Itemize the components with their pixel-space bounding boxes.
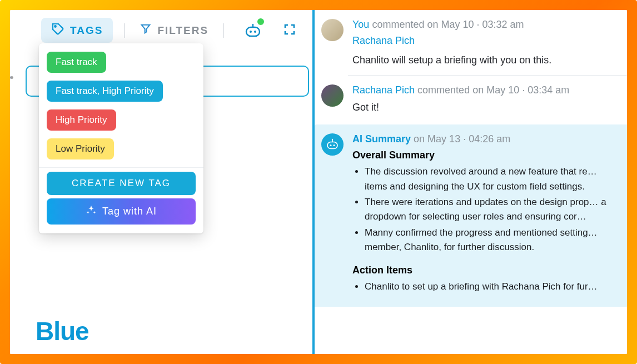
comment-author[interactable]: You — [352, 19, 369, 30]
comments-panel: You commented on May 10 · 03:32 am Racha… — [315, 10, 627, 354]
tag-pill: Low Priority — [47, 138, 114, 159]
robot-icon — [326, 138, 339, 151]
ai-action-heading: Action Items — [352, 265, 620, 276]
ai-summary-date: May 13 — [427, 133, 460, 144]
avatar — [321, 84, 344, 107]
tag-dropdown: Fast track Fast track, High Priority Hig… — [39, 43, 203, 233]
tab-filters-label: FILTERS — [157, 24, 208, 37]
comment-time: 03:34 am — [527, 84, 569, 96]
tag-option-fast-track-high-priority[interactable]: Fast track, High Priority — [39, 77, 203, 106]
svg-point-6 — [330, 144, 332, 146]
ai-summary-time: 04:26 am — [469, 133, 510, 144]
ai-bullet: There were iterations and updates on the… — [365, 195, 620, 225]
robot-icon — [244, 23, 262, 38]
ai-action-list: Chanlito to set up a briefing with Racha… — [352, 280, 620, 294]
comment-body: You commented on May 10 · 03:32 am Racha… — [352, 19, 620, 67]
tag-option-fast-track[interactable]: Fast track — [39, 48, 203, 77]
ai-overall-heading: Overall Summary — [352, 149, 620, 161]
ai-bullet: The discussion revolved around a new fea… — [365, 164, 620, 194]
expand-icon — [283, 23, 296, 36]
filter-icon — [140, 23, 152, 38]
status-dot-icon — [257, 18, 264, 25]
tag-with-ai-label: Tag with AI — [102, 206, 157, 217]
tab-tags[interactable]: TAGS — [41, 18, 113, 43]
tag-pill: Fast track, High Priority — [47, 81, 163, 102]
ai-summary-title: AI Summary — [352, 133, 411, 144]
svg-point-7 — [334, 144, 335, 146]
comment-action: commented on — [372, 19, 438, 30]
ai-bullet: Chanlito to set up a briefing with Racha… — [365, 280, 620, 294]
ai-summary-meta: AI Summary on May 13 · 04:26 am — [352, 133, 620, 145]
tag-with-ai-button[interactable]: Tag with AI — [47, 198, 196, 225]
ai-avatar — [321, 133, 344, 156]
comment-meta: You commented on May 10 · 03:32 am — [352, 19, 620, 31]
create-new-tag-button[interactable]: CREATE NEW TAG — [47, 172, 196, 195]
tab-tags-label: TAGS — [70, 24, 103, 37]
comment-row: You commented on May 10 · 03:32 am Racha… — [315, 10, 627, 75]
tag-pill: Fast track — [47, 52, 106, 73]
ai-summary-prefix: on — [414, 133, 425, 144]
dropdown-divider — [39, 167, 203, 168]
ai-bullet: Manny confirmed the progress and mention… — [365, 226, 620, 255]
svg-rect-1 — [246, 27, 260, 36]
sparkle-icon — [86, 205, 97, 218]
comment-date: May 10 — [486, 84, 519, 96]
comment-body: Rachana Pich commented on May 10 · 03:34… — [352, 84, 620, 114]
comment-text: Got it! — [352, 101, 620, 114]
ai-assistant-button[interactable] — [244, 23, 262, 38]
tag-option-high-priority[interactable]: High Priority — [39, 106, 203, 134]
top-tabs: TAGS FILTERS — [20, 10, 312, 45]
expand-button[interactable] — [283, 23, 296, 38]
comment-meta: Rachana Pich commented on May 10 · 03:34… — [352, 84, 620, 96]
svg-rect-5 — [327, 142, 337, 149]
svg-point-2 — [250, 31, 252, 33]
svg-point-0 — [54, 26, 56, 27]
ai-overall-list: The discussion revolved around a new fea… — [352, 164, 620, 255]
tag-pill: High Priority — [47, 109, 116, 131]
comment-time: 03:32 am — [482, 19, 524, 30]
avatar — [321, 19, 344, 41]
comment-date: May 10 — [441, 19, 474, 30]
ai-summary-block: AI Summary on May 13 · 04:26 am Overall … — [315, 124, 627, 306]
tab-divider — [124, 23, 125, 38]
brand-logo: Blue — [36, 316, 89, 346]
comment-text: Chanlito will setup a briefing with you … — [352, 53, 620, 67]
comment-row: Rachana Pich commented on May 10 · 03:34… — [315, 76, 627, 122]
tag-icon — [51, 22, 64, 38]
tab-filters[interactable]: FILTERS — [136, 18, 212, 42]
svg-point-3 — [254, 31, 256, 33]
mention-link[interactable]: Rachana Pich — [352, 35, 620, 47]
drag-handle-dots: •• — [10, 72, 13, 84]
left-panel: •• TAGS FILTERS — [10, 10, 315, 354]
comment-action: commented on — [417, 84, 484, 96]
comment-author[interactable]: Rachana Pich — [352, 84, 415, 96]
tag-option-low-priority[interactable]: Low Priority — [39, 134, 203, 163]
svg-point-9 — [332, 139, 333, 140]
tab-divider — [223, 23, 224, 38]
ai-summary-body: AI Summary on May 13 · 04:26 am Overall … — [352, 133, 620, 295]
